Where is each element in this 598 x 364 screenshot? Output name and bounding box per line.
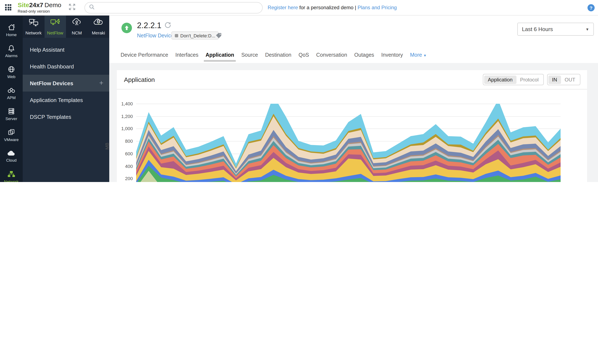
main-area: 2.2.2.1 NetFlow Device Don't_Delete:D...… (109, 16, 598, 182)
y-tick: 600 (114, 151, 133, 156)
application-card: Application Application Protocol IN OUT (117, 70, 587, 182)
menu-item-application-templates[interactable]: Application Templates (23, 91, 109, 108)
tab-more-label: More (410, 52, 422, 58)
tag-icon[interactable] (216, 33, 222, 40)
tab-application[interactable]: Application (206, 52, 234, 58)
sidebar-item-server[interactable]: Server (0, 104, 23, 125)
sidebar-item-label: Server (6, 116, 17, 121)
search-icon (89, 4, 95, 11)
sidebar-item-network[interactable]: Network (0, 167, 23, 182)
y-tick: 1,200 (114, 113, 133, 119)
app-window: Site24x7Demo Read-only version Register … (0, 0, 598, 182)
ncm-cloud-gear-icon (72, 18, 82, 29)
subnav-menu: Help Assistant Health Dashboard NetFlow … (23, 38, 109, 125)
tag-color-swatch (175, 34, 178, 37)
y-tick: 1,400 (114, 101, 133, 106)
menu-item-netflow-devices[interactable]: NetFlow Devices + (23, 75, 109, 91)
tab-more[interactable]: More▼ (410, 52, 427, 58)
sidebar-item-web[interactable]: Web (0, 62, 23, 83)
sidebar-item-home[interactable]: Home (0, 20, 23, 41)
section-title: Application (124, 76, 155, 83)
refresh-icon[interactable] (165, 21, 171, 30)
tab-qos[interactable]: QoS (299, 52, 309, 58)
help-icon[interactable]: ? (588, 4, 595, 11)
module-tab-network[interactable]: Network (23, 16, 44, 38)
y-tick: 400 (114, 163, 133, 169)
pipe-divider: | (355, 5, 356, 10)
toggle-protocol[interactable]: Protocol (516, 75, 542, 84)
menu-item-label: Application Templates (30, 97, 83, 103)
traffic-area-chart: MB 1,400 1,200 1,000 800 600 400 200 0 (136, 104, 561, 182)
meraki-cloud-icon: M (93, 18, 104, 29)
sidebar-item-label: APM (7, 95, 16, 100)
menu-item-label: NetFlow Devices (30, 80, 73, 86)
y-tick: 200 (114, 176, 133, 181)
search-input[interactable] (98, 4, 258, 11)
register-link[interactable]: Register here (268, 5, 298, 10)
vmware-icon (8, 129, 15, 136)
primary-sidebar: Home Alarms Web APM Server VMware (0, 16, 23, 182)
logo-subtitle: Read-only version (18, 9, 61, 13)
tab-conversation[interactable]: Conversation (316, 52, 347, 58)
module-tab-meraki[interactable]: M Meraki (88, 16, 109, 38)
tab-inventory[interactable]: Inventory (381, 52, 403, 58)
tab-outages[interactable]: Outages (354, 52, 374, 58)
sidebar-item-label: Cloud (6, 158, 17, 162)
register-text: for a personalized demo (298, 5, 355, 10)
plans-pricing-link[interactable]: Plans and Pricing (358, 5, 397, 10)
device-tabs: Device Performance Interfaces Applicatio… (121, 52, 427, 58)
menu-item-help-assistant[interactable]: Help Assistant (23, 41, 109, 58)
netflow-monitor-icon (50, 18, 60, 29)
sidebar-item-label: Alarms (5, 53, 17, 58)
device-tag-chip[interactable]: Don't_Delete:D... (171, 32, 219, 40)
logo-demo: Demo (45, 1, 61, 8)
module-tab-netflow[interactable]: NetFlow (44, 16, 66, 38)
tab-destination[interactable]: Destination (265, 52, 291, 58)
register-banner: Register here for a personalized demo | … (268, 5, 397, 10)
sidebar-item-apm[interactable]: APM (0, 83, 23, 104)
device-status-up-icon (121, 23, 132, 33)
binoculars-icon (7, 87, 16, 94)
network-monitors-icon (29, 18, 39, 29)
device-type-link[interactable]: NetFlow Device (137, 33, 174, 39)
tab-interfaces[interactable]: Interfaces (175, 52, 199, 58)
device-header: 2.2.2.1 NetFlow Device Don't_Delete:D...… (109, 16, 598, 63)
module-tabs: Network NetFlow NCM M Meraki (23, 16, 109, 38)
direction-toggle-group: IN OUT (547, 74, 580, 85)
expand-icon[interactable] (69, 4, 75, 12)
sidebar-item-cloud[interactable]: Cloud (0, 146, 23, 167)
add-device-icon[interactable]: + (99, 79, 103, 87)
y-tick: 800 (114, 138, 133, 144)
site24x7-logo[interactable]: Site24x7Demo Read-only version (18, 2, 61, 13)
network-icon (7, 170, 16, 178)
stacked-area-svg (136, 104, 561, 182)
tab-source[interactable]: Source (241, 52, 258, 58)
menu-item-dscp-templates[interactable]: DSCP Templates (23, 108, 109, 125)
device-ip: 2.2.2.1 (137, 21, 161, 30)
logo-site: Site (18, 1, 29, 8)
y-axis-title: MB (104, 143, 109, 150)
toggle-in[interactable]: IN (548, 75, 561, 84)
toggle-out[interactable]: OUT (561, 75, 579, 84)
bell-icon (8, 45, 15, 52)
y-tick: 1,000 (114, 126, 133, 131)
time-range-select[interactable]: Last 6 Hours ▼ (517, 23, 594, 36)
toggle-application[interactable]: Application (484, 75, 516, 84)
app-grid-icon[interactable] (5, 4, 12, 11)
tab-device-performance[interactable]: Device Performance (121, 52, 168, 58)
chevron-down-icon: ▼ (423, 54, 427, 57)
sidebar-item-vmware[interactable]: VMware (0, 125, 23, 146)
sidebar-item-label: Web (7, 74, 16, 79)
sidebar-item-label: Home (6, 32, 17, 37)
sidebar-item-alarms[interactable]: Alarms (0, 41, 23, 62)
menu-item-health-dashboard[interactable]: Health Dashboard (23, 58, 109, 75)
global-search (84, 2, 263, 13)
module-tab-label: Meraki (92, 30, 105, 35)
module-tab-ncm[interactable]: NCM (66, 16, 88, 38)
menu-item-label: Health Dashboard (30, 63, 74, 70)
view-toggle-group: Application Protocol (483, 74, 544, 85)
content-area: Application Application Protocol IN OUT (109, 63, 598, 182)
top-bar: Site24x7Demo Read-only version Register … (0, 0, 598, 16)
home-icon (7, 24, 15, 31)
time-range-value: Last 6 Hours (522, 26, 553, 32)
